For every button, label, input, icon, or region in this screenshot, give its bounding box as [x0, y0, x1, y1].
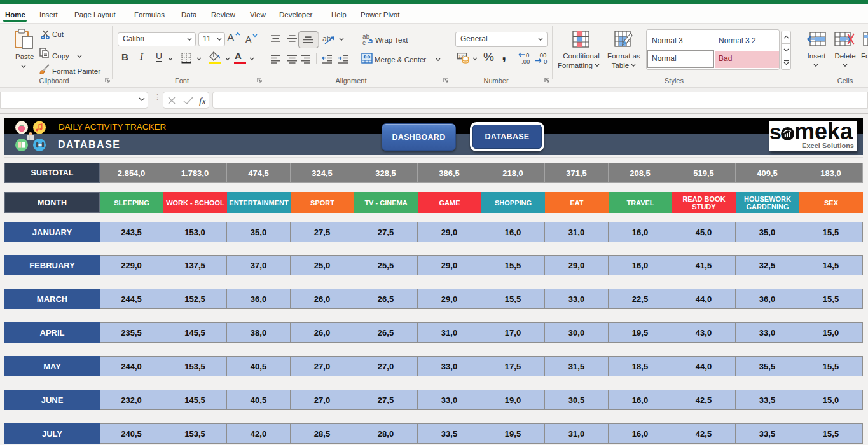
svg-text:0: 0	[544, 58, 547, 65]
svg-text:fx: fx	[199, 96, 206, 106]
svg-text:.00: .00	[521, 58, 530, 65]
svg-text:c: c	[362, 39, 366, 46]
